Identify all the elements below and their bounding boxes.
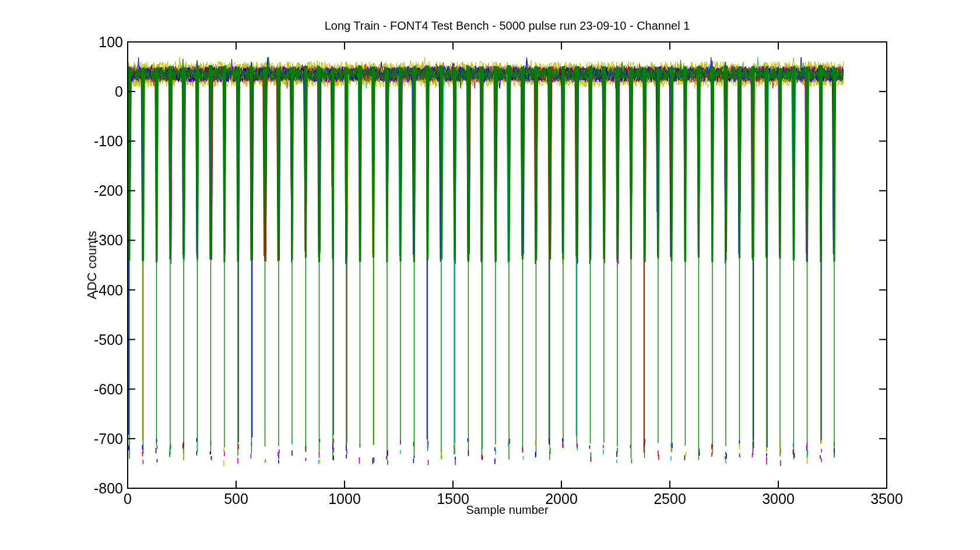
- x-tick-label: 3000: [743, 491, 813, 506]
- y-tick-label: -500: [0, 332, 123, 347]
- chart-title: Long Train - FONT4 Test Bench - 5000 pul…: [128, 19, 887, 33]
- y-tick-label: -700: [0, 431, 123, 446]
- x-tick-label: 1000: [310, 491, 380, 506]
- y-tick-label: -600: [0, 382, 123, 397]
- x-tick-label: 3500: [852, 491, 922, 506]
- x-tick-label: 500: [201, 491, 271, 506]
- plot-canvas: [0, 0, 980, 550]
- y-tick-label: 0: [0, 84, 123, 99]
- y-tick-label: 100: [0, 34, 123, 50]
- y-tick-label: -300: [0, 232, 123, 248]
- x-tick-label: 1500: [418, 491, 488, 506]
- matlab-figure-window: { "chart_data": { "type": "line", "title…: [0, 0, 980, 550]
- y-tick-label: -100: [0, 133, 123, 149]
- x-tick-label: 2000: [526, 491, 596, 506]
- y-tick-label: -200: [0, 183, 123, 198]
- y-tick-label: -400: [0, 283, 123, 298]
- x-tick-label: 0: [93, 491, 163, 506]
- x-tick-label: 2500: [635, 491, 705, 506]
